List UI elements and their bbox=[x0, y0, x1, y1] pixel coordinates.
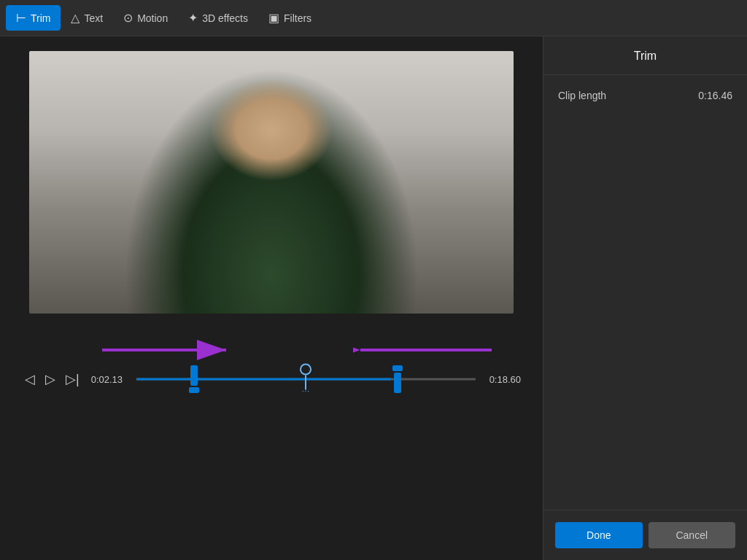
controls-area: ◁ ▷ ▷| 0:02.13 bbox=[0, 314, 543, 416]
panel-buttons: Done Cancel bbox=[543, 510, 747, 560]
cancel-button[interactable]: Cancel bbox=[649, 522, 736, 548]
trim-handle-bar-right[interactable] bbox=[394, 373, 401, 393]
trim-handle-right[interactable] bbox=[392, 365, 403, 393]
timeline-track[interactable]: ··· bbox=[136, 357, 476, 401]
trim-handle-left[interactable] bbox=[189, 365, 199, 393]
video-area: ◁ ▷ ▷| 0:02.13 bbox=[0, 36, 543, 560]
trim-handle-dot-right[interactable] bbox=[392, 365, 403, 371]
playhead[interactable]: ··· bbox=[300, 364, 311, 395]
3deffects-icon: ✦ bbox=[188, 11, 198, 25]
clip-length-row: Clip length 0:16.46 bbox=[558, 90, 732, 101]
done-button[interactable]: Done bbox=[555, 522, 643, 548]
trim-handle-bar-left[interactable] bbox=[190, 365, 198, 386]
video-placeholder bbox=[29, 51, 514, 314]
video-frame bbox=[29, 51, 514, 314]
text-icon: △ bbox=[71, 11, 80, 25]
time-end: 0:18.60 bbox=[484, 374, 521, 385]
trim-label: Trim bbox=[31, 12, 50, 24]
track-filled bbox=[136, 378, 391, 381]
step-forward-button[interactable]: ▷| bbox=[63, 368, 82, 390]
playback-controls: ◁ ▷ ▷| bbox=[22, 368, 82, 390]
right-panel: Trim Clip length 0:16.46 Done Cancel bbox=[543, 36, 747, 560]
clip-length-label: Clip length bbox=[558, 90, 606, 101]
rewind-button[interactable]: ◁ bbox=[22, 368, 38, 390]
time-start: 0:02.13 bbox=[91, 374, 128, 385]
play-button[interactable]: ▷ bbox=[42, 368, 58, 390]
trim-handle-dot-left[interactable] bbox=[189, 387, 199, 393]
panel-content: Clip length 0:16.46 bbox=[543, 75, 747, 510]
3deffects-label: 3D effects bbox=[202, 12, 248, 24]
motion-button[interactable]: ⊙ Motion bbox=[113, 5, 178, 31]
clip-length-value: 0:16.46 bbox=[698, 90, 732, 101]
panel-title: Trim bbox=[543, 36, 747, 75]
motion-icon: ⊙ bbox=[123, 11, 133, 25]
text-label: Text bbox=[84, 12, 103, 24]
playhead-dots: ··· bbox=[302, 387, 310, 395]
main-area: ◁ ▷ ▷| 0:02.13 bbox=[0, 36, 747, 560]
filters-label: Filters bbox=[284, 12, 311, 24]
trim-button[interactable]: ⊢ Trim bbox=[6, 5, 61, 31]
motion-label: Motion bbox=[137, 12, 168, 24]
filters-button[interactable]: ▣ Filters bbox=[258, 5, 322, 31]
playhead-circle[interactable] bbox=[300, 364, 311, 376]
filters-icon: ▣ bbox=[268, 11, 279, 25]
trim-icon: ⊢ bbox=[16, 11, 26, 25]
toolbar: ⊢ Trim △ Text ⊙ Motion ✦ 3D effects ▣ Fi… bbox=[0, 0, 747, 36]
3deffects-button[interactable]: ✦ 3D effects bbox=[178, 5, 258, 31]
video-preview bbox=[29, 51, 514, 314]
text-button[interactable]: △ Text bbox=[61, 5, 113, 31]
